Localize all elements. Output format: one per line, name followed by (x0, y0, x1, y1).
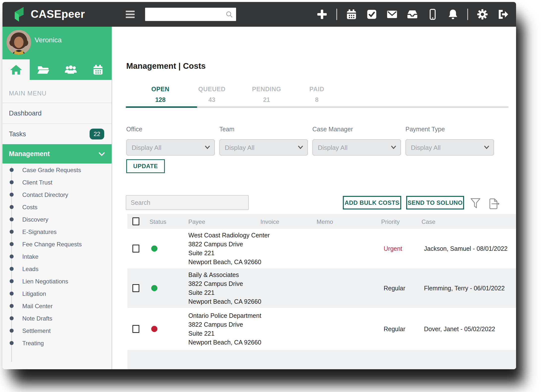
profile-header: Veronica (2, 27, 112, 80)
column-priority: Priority (381, 218, 400, 225)
tasks-count-badge: 22 (90, 129, 104, 139)
select-all-checkbox[interactable] (132, 217, 139, 225)
logo-text: CASEpeer (31, 8, 85, 20)
submenu-note-drafts[interactable]: Note Drafts (22, 315, 104, 322)
submenu-treating[interactable]: Treating (22, 340, 104, 347)
submenu-litigation[interactable]: Litigation (22, 290, 104, 297)
submenu-mail-center[interactable]: Mail Center (22, 303, 104, 310)
users-icon (64, 64, 77, 75)
submenu-case-grade-requests[interactable]: Case Grade Requests (22, 167, 104, 174)
table-search-input[interactable] (131, 196, 245, 209)
payment-type-filter-select[interactable]: Display All (405, 139, 494, 156)
settings-gear-icon[interactable] (476, 8, 488, 20)
tab-paid[interactable]: PAID8 (290, 86, 344, 103)
column-case: Case (422, 218, 435, 225)
tab-home[interactable] (2, 59, 30, 80)
column-invoice: Invoice (260, 218, 279, 225)
hamburger-menu-icon[interactable] (126, 9, 136, 20)
mobile-icon[interactable] (427, 8, 439, 20)
submenu-e-signatures[interactable]: E-Signatures (22, 229, 104, 235)
submenu-leads[interactable]: Leads (22, 266, 104, 273)
add-bulk-costs-button[interactable]: ADD BULK COSTS (343, 196, 401, 209)
topbar-icon-group (316, 2, 509, 27)
table-row[interactable]: Baily & Associates 3822 Campus Drive Sui… (127, 268, 516, 308)
tab-calendar[interactable] (84, 59, 112, 80)
tab-contacts[interactable] (57, 59, 84, 80)
payee-cell: Baily & Associates 3822 Campus Drive Sui… (188, 270, 261, 306)
payee-cell: Ontario Police Department 3822 Campus Dr… (188, 311, 261, 347)
table-header: Status Payee Invoice Memo Priority Case (127, 214, 516, 229)
main-menu-label: MAIN MENU (9, 90, 47, 97)
chevron-down-icon (484, 146, 489, 149)
main-content: Management | Costs OPEN128 QUEUED43 PEND… (112, 27, 516, 369)
tab-cases[interactable] (30, 59, 57, 80)
chevron-down-icon (298, 146, 303, 149)
tab-pending[interactable]: PENDING21 (239, 86, 294, 103)
notifications-bell-icon[interactable] (447, 8, 459, 20)
column-payee: Payee (188, 218, 205, 225)
status-dot-green (151, 285, 157, 291)
sidebar-item-management[interactable]: Management (2, 144, 112, 163)
inbox-icon[interactable] (406, 8, 418, 20)
user-avatar[interactable] (6, 30, 31, 55)
sign-out-icon[interactable] (497, 8, 509, 20)
global-search-input[interactable] (148, 8, 223, 21)
chevron-down-icon (205, 146, 210, 149)
page-title: Management | Costs (126, 61, 206, 71)
filter-team: Team Display All (219, 126, 308, 156)
row-checkbox[interactable] (132, 284, 139, 292)
chevron-down-icon (391, 146, 396, 149)
casepeer-logo-icon (13, 6, 27, 22)
table-row-partial (127, 350, 516, 369)
topbar-separator (467, 9, 468, 20)
send-to-soluno-button[interactable]: SEND TO SOLUNO (406, 196, 464, 209)
submenu-contact-directory[interactable]: Contact Directory (22, 191, 104, 198)
filter-case-manager: Case Manager Display All (312, 126, 401, 156)
filter-funnel-icon[interactable] (470, 198, 481, 210)
case-cell: Jackson, Samuel - 08/01/2022 (424, 245, 508, 252)
tab-open[interactable]: OPEN128 (133, 86, 188, 103)
calendar-icon[interactable] (346, 8, 357, 20)
active-tab-indicator (126, 106, 197, 108)
export-icon[interactable] (488, 198, 499, 211)
payee-cell: West Coast Radiology Center 3822 Campus … (188, 231, 270, 266)
team-filter-select[interactable]: Display All (219, 139, 308, 156)
tasks-check-icon[interactable] (366, 8, 378, 20)
app-window: CASEpeer (2, 2, 516, 369)
submenu-fee-change-requests[interactable]: Fee Change Requests (22, 241, 104, 248)
submenu-discovery[interactable]: Discovery (22, 216, 104, 223)
priority-cell: Regular (384, 285, 405, 292)
calendar-icon (92, 64, 104, 75)
topbar-separator (336, 9, 337, 20)
row-checkbox[interactable] (132, 325, 139, 333)
submenu-lien-negotiations[interactable]: Lien Negotiations (22, 278, 104, 285)
office-filter-select[interactable]: Display All (126, 139, 215, 156)
home-icon (10, 64, 23, 76)
update-button[interactable]: UPDATE (126, 159, 165, 173)
submenu-costs[interactable]: Costs (22, 204, 104, 211)
submenu-intake[interactable]: Intake (22, 253, 104, 260)
add-icon[interactable] (316, 8, 328, 20)
case-cell: Flemming, Terry - 06/01/2022 (424, 285, 505, 292)
search-icon (225, 11, 233, 20)
submenu-client-trust[interactable]: Client Trust (22, 179, 104, 186)
costs-table: Status Payee Invoice Memo Priority Case … (127, 214, 516, 369)
sidebar-item-tasks[interactable]: Tasks 22 (2, 124, 112, 144)
table-row[interactable]: Ontario Police Department 3822 Campus Dr… (127, 308, 516, 350)
sidebar-item-dashboard[interactable]: Dashboard (2, 103, 112, 123)
status-dot-red (151, 326, 157, 332)
column-memo: Memo (317, 218, 333, 225)
priority-cell: Urgent (384, 245, 402, 252)
sidebar: Veronica MAIN MENU Dashboard (2, 27, 112, 369)
tab-queued[interactable]: QUEUED43 (185, 86, 239, 103)
table-row[interactable]: West Coast Radiology Center 3822 Campus … (127, 229, 516, 268)
mail-icon[interactable] (386, 8, 398, 20)
submenu-settlement[interactable]: Settlement (22, 327, 104, 334)
priority-cell: Regular (384, 325, 405, 333)
case-manager-filter-select[interactable]: Display All (312, 139, 401, 156)
chevron-down-icon (99, 150, 105, 158)
filter-office: Office Display All (126, 126, 215, 156)
app-logo[interactable]: CASEpeer (13, 6, 85, 22)
case-cell: Dover, Janet - 05/02/2022 (424, 325, 495, 333)
row-checkbox[interactable] (132, 245, 139, 253)
